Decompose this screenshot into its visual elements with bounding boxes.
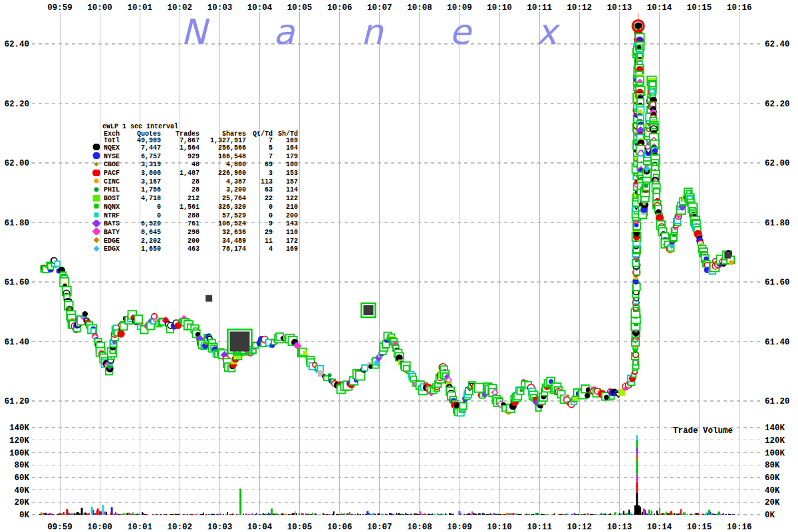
time-tick-bottom: 10:04	[247, 523, 273, 532]
volume-tick-right: 120K	[765, 436, 785, 446]
volume-spike	[459, 511, 461, 515]
time-tick-bottom: 10:14	[647, 523, 672, 532]
volume-tick-right: 140K	[765, 424, 785, 433]
time-tick-bottom: 09:59	[47, 523, 72, 532]
volume-tick-left: 100K	[9, 449, 30, 458]
price-tick-left: 62.40	[4, 40, 29, 49]
volume-big-spike-segment	[636, 448, 638, 454]
price-tick-left: 61.40	[4, 338, 29, 347]
price-volume-chart: 09:5909:5910:0010:0010:0110:0110:0210:02…	[0, 0, 798, 532]
time-tick-bottom: 10:06	[327, 523, 352, 532]
time-tick-bottom: 10:00	[87, 523, 112, 532]
volume-spike	[614, 512, 616, 515]
time-tick-top: 10:07	[367, 3, 392, 13]
block-trade-marker	[229, 332, 249, 352]
volume-tick-left: 120K	[9, 436, 30, 446]
volume-spike	[239, 489, 241, 515]
volume-tick-right: 100K	[765, 449, 785, 458]
volume-tick-right: 40K	[765, 486, 780, 495]
price-tick-right: 62.00	[765, 159, 790, 168]
volume-spike	[708, 510, 710, 515]
time-tick-top: 10:15	[687, 3, 712, 13]
time-tick-bottom: 10:12	[567, 523, 593, 532]
time-tick-bottom: 10:10	[487, 523, 512, 532]
time-tick-bottom: 10:07	[367, 523, 392, 532]
spike-top-dot	[635, 23, 641, 29]
price-tick-left: 61.80	[4, 219, 29, 228]
time-tick-bottom: 10:08	[407, 523, 432, 532]
time-tick-top: 10:08	[407, 3, 432, 13]
volume-spike	[81, 508, 83, 515]
volume-spike	[91, 507, 93, 515]
price-tick-markers	[41, 22, 734, 416]
time-tick-top: 10:12	[567, 3, 593, 13]
volume-tick-right: 80K	[765, 461, 780, 470]
price-tick-right: 62.20	[765, 100, 790, 109]
time-tick-top: 10:02	[168, 3, 193, 13]
time-tick-top: 10:03	[207, 3, 233, 13]
volume-big-spike-segment	[636, 454, 638, 459]
price-tick-right: 62.40	[765, 40, 790, 49]
time-tick-top: 10:13	[607, 3, 632, 13]
price-tick-left: 62.00	[4, 159, 29, 168]
time-tick-top: 10:01	[127, 3, 152, 13]
time-tick-bottom: 10:09	[447, 523, 472, 532]
price-tick-left: 61.60	[4, 278, 29, 287]
volume-tick-left: 0K	[19, 511, 30, 520]
block-trade-marker	[363, 305, 373, 315]
volume-tick-right: 20K	[765, 498, 780, 507]
volume-spike	[97, 509, 99, 515]
volume-big-spike-segment	[636, 460, 638, 474]
volume-tick-left: 60K	[14, 473, 29, 483]
price-tick-right: 61.20	[765, 397, 790, 406]
time-tick-bottom: 10:03	[207, 523, 233, 532]
volume-panel-title: Trade Volume	[673, 426, 733, 436]
volume-tick-left: 20K	[14, 498, 29, 507]
volume-tick-left: 80K	[14, 461, 29, 470]
time-tick-top: 10:06	[327, 3, 352, 13]
volume-tick-right: 0K	[765, 511, 775, 520]
time-tick-top: 10:16	[727, 3, 752, 13]
volume-bars	[39, 435, 735, 515]
price-tick-right: 61.80	[765, 219, 790, 228]
time-tick-bottom: 10:11	[527, 523, 552, 532]
time-tick-top: 10:00	[87, 3, 112, 13]
time-tick-bottom: 10:05	[287, 523, 313, 532]
volume-spike	[271, 509, 273, 515]
time-tick-top: 09:59	[47, 3, 72, 13]
volume-big-spike-segment	[636, 435, 638, 440]
block-trade-marker	[724, 252, 731, 259]
time-tick-top: 10:11	[527, 3, 552, 13]
volume-big-spike-segment	[636, 481, 638, 492]
volume-tick-left: 40K	[14, 486, 29, 495]
time-tick-top: 10:14	[647, 3, 672, 13]
volume-spike	[670, 511, 672, 515]
volume-spike	[111, 507, 113, 515]
time-tick-bottom: 10:02	[168, 523, 193, 532]
time-tick-bottom: 10:13	[607, 523, 632, 532]
price-tick-left: 61.20	[4, 397, 29, 406]
volume-spike	[66, 509, 68, 515]
time-tick-top: 10:09	[447, 3, 472, 13]
volume-tick-left: 140K	[9, 424, 30, 433]
time-tick-bottom: 10:16	[727, 523, 752, 532]
time-tick-top: 10:04	[247, 3, 273, 13]
volume-spike	[366, 511, 368, 515]
time-tick-bottom: 10:15	[687, 523, 712, 532]
volume-tick-right: 60K	[765, 473, 780, 483]
block-trade-marker	[205, 295, 212, 302]
volume-big-spike-segment	[636, 474, 638, 481]
price-tick-right: 61.60	[765, 278, 790, 287]
time-tick-top: 10:10	[487, 3, 512, 13]
price-tick-left: 62.20	[4, 100, 29, 109]
time-tick-top: 10:05	[287, 3, 313, 13]
volume-spike	[102, 505, 104, 515]
nanex-chart-window: 09:5909:5910:0010:0010:0110:0110:0210:02…	[0, 0, 798, 532]
volume-spike	[643, 509, 645, 515]
volume-big-spike-segment	[636, 440, 638, 448]
volume-spike	[718, 511, 720, 515]
volume-spike	[648, 510, 650, 515]
price-tick-right: 61.40	[765, 338, 790, 347]
time-tick-bottom: 10:01	[127, 523, 152, 532]
